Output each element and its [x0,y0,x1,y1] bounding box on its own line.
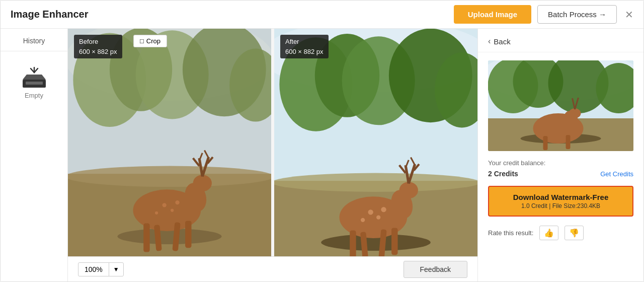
image-compare-area: Before 600 × 882 px □ Crop [68,29,477,256]
feedback-button[interactable]: Feedback [404,261,467,278]
sidebar: History [1,29,68,281]
zoom-dropdown-button[interactable]: ▼ [109,263,123,275]
app-window: Image Enhancer Upload Image Batch Proces… [0,0,644,282]
crop-button[interactable]: □ Crop [133,35,167,47]
thumbs-up-button[interactable]: 👍 [539,226,558,240]
rate-label: Rate this result: [488,229,533,237]
crop-icon: □ [140,37,144,45]
svg-point-57 [376,216,380,220]
credit-section: Your credit balance: 2 Credits Get Credi… [488,159,633,178]
sidebar-empty-area: Empty [1,51,67,281]
svg-rect-32 [68,29,271,256]
svg-rect-70 [566,135,571,149]
svg-rect-47 [391,228,397,255]
header: Image Enhancer Upload Image Batch Proces… [1,1,643,29]
body: History [1,29,643,281]
svg-point-56 [368,209,373,215]
empty-label: Empty [25,92,43,99]
after-panel: After 600 × 882 px [271,29,477,256]
after-label: After 600 × 882 px [280,35,329,58]
credit-count: 2 Credits [488,170,518,178]
main-content: Before 600 × 882 px □ Crop [68,29,477,281]
download-sub-label: 1.0 Credit | File Size:230.4KB [489,202,632,209]
credit-title: Your credit balance: [488,159,633,167]
svg-rect-44 [350,231,356,256]
svg-point-72 [569,108,581,118]
app-title: Image Enhancer [11,9,454,20]
svg-point-59 [381,207,386,212]
bottom-toolbar: 100% ▼ Feedback [68,256,477,281]
get-credits-link[interactable]: Get Credits [600,170,633,178]
credit-row: 2 Credits Get Credits [488,170,633,178]
rate-row: Rate this result: 👍 👎 [488,224,633,240]
upload-button[interactable]: Upload Image [454,5,531,24]
header-actions: Upload Image Batch Process → [454,5,617,24]
after-image [274,29,477,256]
before-label: Before 600 × 882 px [74,35,122,58]
svg-point-49 [399,182,418,198]
thumbs-down-button[interactable]: 👎 [565,226,584,240]
before-image [68,29,271,256]
right-panel-body: Your credit balance: 2 Credits Get Credi… [478,52,643,281]
download-main-label: Download Watermark-Free [489,193,632,201]
back-label: Back [494,37,510,46]
svg-point-58 [361,218,365,222]
close-button[interactable]: ✕ [625,10,633,20]
batch-process-button[interactable]: Batch Process → [537,5,617,24]
right-panel: ‹ Back [477,29,643,281]
svg-point-41 [274,173,477,192]
svg-rect-4 [26,82,43,85]
before-panel: Before 600 × 882 px □ Crop [68,29,271,256]
svg-rect-69 [543,136,548,150]
back-button[interactable]: ‹ Back [478,29,643,52]
inbox-icon [22,66,47,87]
download-watermark-free-button[interactable]: Download Watermark-Free 1.0 Credit | Fil… [488,186,633,217]
sidebar-item-history[interactable]: History [1,29,67,51]
back-arrow-icon: ‹ [488,37,491,46]
zoom-control: 100% ▼ [78,262,124,276]
result-thumbnail [488,60,633,151]
zoom-value: 100% [78,263,109,276]
